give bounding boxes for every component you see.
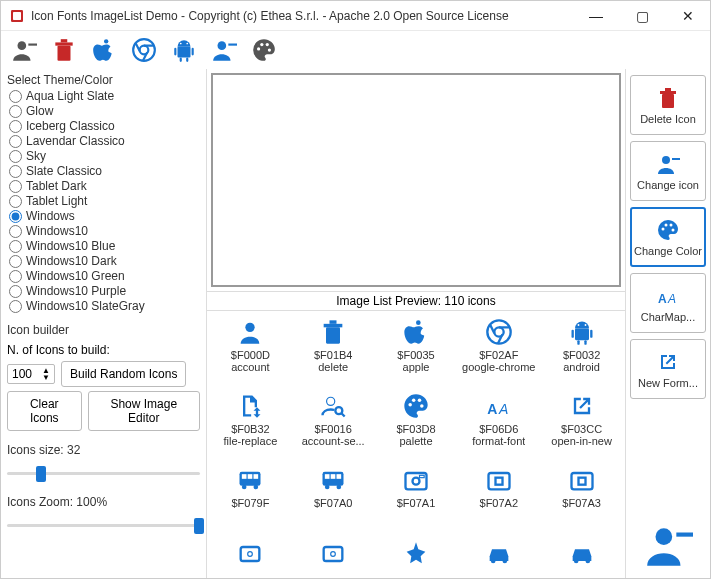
icon-count-label: N. of Icons to build: [7, 343, 200, 357]
radio-input[interactable] [9, 210, 22, 223]
icon-cell[interactable] [294, 539, 373, 578]
account-minus-icon [655, 151, 681, 177]
radio-input[interactable] [9, 240, 22, 253]
toolbar-palette-icon[interactable] [249, 35, 279, 65]
camera2-icon [484, 465, 514, 495]
radio-input[interactable] [9, 225, 22, 238]
theme-radio-windows10-purple[interactable]: Windows10 Purple [9, 284, 200, 298]
icons-zoom-label: Icons Zoom: 100% [7, 495, 200, 509]
icon-cell[interactable]: $F000Daccount [211, 317, 290, 389]
toolbar-android-icon[interactable] [169, 35, 199, 65]
icon-cell[interactable]: $F03CCopen-in-new [542, 391, 621, 463]
toolbar-account-minus-icon[interactable] [9, 35, 39, 65]
icon-name: open-in-new [551, 435, 612, 447]
theme-radio-windows10-green[interactable]: Windows10 Green [9, 269, 200, 283]
icon-count-spinner[interactable]: 100 ▲▼ [7, 364, 55, 384]
radio-input[interactable] [9, 150, 22, 163]
icon-cell[interactable]: $F0016account-se... [294, 391, 373, 463]
icon-builder-title: Icon builder [7, 321, 200, 339]
car2-icon [567, 539, 597, 569]
icon-builder-group: Icon builder N. of Icons to build: 100 ▲… [7, 321, 200, 431]
toolbar-account-minus2-icon[interactable] [209, 35, 239, 65]
icon-cell[interactable] [542, 539, 621, 578]
right-new-form-button[interactable]: New Form... [630, 339, 706, 399]
preview-large-icon [630, 518, 706, 572]
apple-icon [401, 317, 431, 347]
icon-cell[interactable]: $F03D8palette [377, 391, 456, 463]
icon-cell[interactable]: $F0B32file-replace [211, 391, 290, 463]
icon-cell[interactable] [459, 539, 538, 578]
right-charmap-button[interactable]: CharMap... [630, 273, 706, 333]
icon-code: $F03CC [561, 423, 602, 435]
theme-radio-glow[interactable]: Glow [9, 104, 200, 118]
theme-radio-lavendar-classico[interactable]: Lavendar Classico [9, 134, 200, 148]
theme-label: Windows10 Green [26, 269, 125, 283]
format-font-icon [484, 391, 514, 421]
image-preview [211, 73, 621, 287]
theme-label: Windows [26, 209, 75, 223]
radio-input[interactable] [9, 195, 22, 208]
right-change-colorbutton[interactable]: Change Color [630, 207, 706, 267]
theme-label: Windows10 SlateGray [26, 299, 145, 313]
right-delete-iconbutton[interactable]: Delete Icon [630, 75, 706, 135]
icon-cell[interactable]: $F07A2 [459, 465, 538, 537]
icon-cell[interactable]: $F07A3 [542, 465, 621, 537]
radio-input[interactable] [9, 120, 22, 133]
icon-cell[interactable]: $F01B4delete [294, 317, 373, 389]
theme-radio-windows10-slategray[interactable]: Windows10 SlateGray [9, 299, 200, 313]
icon-cell[interactable]: $F06D6format-font [459, 391, 538, 463]
svg-rect-40 [13, 12, 21, 20]
icon-cell[interactable] [211, 539, 290, 578]
theme-radio-aqua-light-slate[interactable]: Aqua Light Slate [9, 89, 200, 103]
theme-radio-tablet-dark[interactable]: Tablet Dark [9, 179, 200, 193]
radio-input[interactable] [9, 135, 22, 148]
show-image-editor-button[interactable]: Show Image Editor [88, 391, 200, 431]
icon-cell[interactable] [377, 539, 456, 578]
icons-size-label: Icons size: 32 [7, 443, 200, 457]
theme-radio-windows10[interactable]: Windows10 [9, 224, 200, 238]
radio-input[interactable] [9, 165, 22, 178]
theme-radio-iceberg-classico[interactable]: Iceberg Classico [9, 119, 200, 133]
toolbar-delete-icon[interactable] [49, 35, 79, 65]
theme-radio-windows10-dark[interactable]: Windows10 Dark [9, 254, 200, 268]
toolbar-apple-icon[interactable] [89, 35, 119, 65]
icons-size-slider[interactable] [7, 463, 200, 483]
format-font-icon [655, 283, 681, 309]
toolbar-chrome-icon[interactable] [129, 35, 159, 65]
theme-label: Glow [26, 104, 53, 118]
theme-label: Tablet Light [26, 194, 87, 208]
radio-input[interactable] [9, 255, 22, 268]
build-random-button[interactable]: Build Random Icons [61, 361, 186, 387]
icon-name: account-se... [302, 435, 365, 447]
theme-radio-sky[interactable]: Sky [9, 149, 200, 163]
radio-input[interactable] [9, 90, 22, 103]
maximize-button[interactable]: ▢ [628, 8, 656, 24]
icon-cell[interactable]: $F079F [211, 465, 290, 537]
radio-input[interactable] [9, 105, 22, 118]
icon-cell[interactable]: $F0035apple [377, 317, 456, 389]
spinner-arrows-icon[interactable]: ▲▼ [42, 367, 50, 381]
palette-icon [655, 217, 681, 243]
open-in-new-icon [567, 391, 597, 421]
icon-code: $F07A0 [314, 497, 353, 509]
icon-cell[interactable]: $F07A0 [294, 465, 373, 537]
radio-input[interactable] [9, 180, 22, 193]
radio-input[interactable] [9, 300, 22, 313]
clear-icons-button[interactable]: Clear Icons [7, 391, 82, 431]
palette-icon [401, 391, 431, 421]
radio-input[interactable] [9, 270, 22, 283]
minimize-button[interactable]: — [582, 8, 610, 24]
theme-radio-windows10-blue[interactable]: Windows10 Blue [9, 239, 200, 253]
theme-radio-slate-classico[interactable]: Slate Classico [9, 164, 200, 178]
radio-input[interactable] [9, 285, 22, 298]
icon-cell[interactable]: $F07A1 [377, 465, 456, 537]
icon-cell[interactable]: $F02AFgoogle-chrome [459, 317, 538, 389]
close-button[interactable]: ✕ [674, 8, 702, 24]
right-change-iconbutton[interactable]: Change icon [630, 141, 706, 201]
theme-radio-tablet-light[interactable]: Tablet Light [9, 194, 200, 208]
icon-cell[interactable]: $F0032android [542, 317, 621, 389]
theme-label: Windows10 [26, 224, 88, 238]
icons-zoom-slider[interactable] [7, 515, 200, 535]
icon-code: $F03D8 [396, 423, 435, 435]
theme-radio-windows[interactable]: Windows [9, 209, 200, 223]
